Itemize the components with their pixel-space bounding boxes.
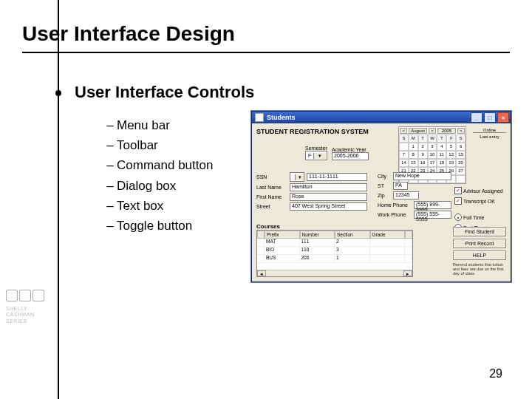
find-student-button[interactable]: Find Student xyxy=(453,227,506,236)
advisor-checkbox[interactable]: ✓Advisor Assigned xyxy=(454,187,506,194)
hphone-input[interactable]: (555) 999-9999 xyxy=(414,201,451,209)
publisher-logo: SHELLY CASHMAN SERIES xyxy=(6,290,50,378)
list-item-label: Command button xyxy=(117,155,213,175)
cal-day-cell[interactable]: 3 xyxy=(428,143,437,151)
scroll-left-icon[interactable]: ◂ xyxy=(257,270,266,276)
firstname-input[interactable]: Rose xyxy=(290,193,367,201)
table-header-cell: Number xyxy=(300,231,335,239)
divider-vertical xyxy=(58,0,59,399)
table-row[interactable]: BUS2061 xyxy=(257,255,412,263)
cal-day-cell[interactable]: 2 xyxy=(418,143,428,151)
lastname-label: Last Name xyxy=(256,185,287,190)
street-input[interactable]: 407 West Spring Street xyxy=(290,202,367,211)
title-underline xyxy=(22,52,510,53)
app-title: STUDENT REGISTRATION SYSTEM xyxy=(256,128,506,135)
cal-dow-cell: T xyxy=(437,134,446,143)
acadyear-input[interactable]: 2005-2006 xyxy=(332,152,369,160)
table-cell xyxy=(257,247,265,255)
hint-text: Remind students that tuition and fees ar… xyxy=(453,262,506,276)
cal-day-cell[interactable]: 19 xyxy=(446,159,456,167)
table-cell: 1 xyxy=(335,255,370,263)
cal-day-cell[interactable]: 27 xyxy=(456,167,466,175)
maximize-button[interactable]: □ xyxy=(484,112,496,123)
table-body: MAT1112BIO1103BUS2061 xyxy=(257,239,412,263)
cal-day-cell[interactable]: 20 xyxy=(456,159,466,167)
table-cell xyxy=(370,255,406,263)
cal-dow-cell: S xyxy=(456,134,466,143)
checkbox-icon: ✓ xyxy=(454,187,462,194)
scroll-right-icon[interactable]: ▸ xyxy=(403,270,412,276)
lastname-input[interactable]: Hamilton xyxy=(290,183,367,191)
cal-prev-year-button[interactable]: < xyxy=(429,128,436,134)
cal-dow-cell: S xyxy=(399,134,409,143)
print-record-button[interactable]: Print Record xyxy=(453,239,506,248)
minimize-button[interactable]: _ xyxy=(471,112,482,123)
table-cell xyxy=(257,239,265,247)
help-button[interactable]: HELP xyxy=(453,250,506,260)
table-cell: 110 xyxy=(300,247,335,255)
semester-dropdown[interactable]: F ▾ xyxy=(305,151,327,160)
online-text: Last entry xyxy=(473,134,506,139)
cal-prev-button[interactable]: < xyxy=(400,128,407,134)
table-cell xyxy=(370,247,406,255)
table-row[interactable]: BIO1103 xyxy=(257,247,412,255)
cal-day-cell[interactable]: 18 xyxy=(437,159,446,167)
cal-day-cell[interactable]: 12 xyxy=(446,151,456,159)
table-cell: MAT xyxy=(265,239,300,247)
table-row[interactable]: MAT1112 xyxy=(257,239,412,247)
students-window: Students _ □ × STUDENT REGISTRATION SYST… xyxy=(251,111,511,282)
fields-left: SSN ▾ 111-11-1111 Last NameHamilton Firs… xyxy=(256,172,367,212)
cal-next-button[interactable]: > xyxy=(457,128,465,134)
cal-year[interactable]: 2005 xyxy=(437,128,456,134)
cal-day-cell[interactable]: 6 xyxy=(456,143,466,151)
cal-day-cell[interactable]: 11 xyxy=(437,151,446,159)
ssn-label: SSN xyxy=(256,174,287,180)
cal-day-cell[interactable]: 17 xyxy=(428,159,437,167)
table-cell: 111 xyxy=(300,239,335,247)
cal-dow-row: SMTWTFS xyxy=(399,134,466,143)
cal-day-cell[interactable]: 9 xyxy=(418,151,428,159)
table-header-cell xyxy=(257,231,265,239)
window-titlebar[interactable]: Students _ □ × xyxy=(252,112,511,123)
semester-row: Semester F ▾ Academic Year 2005-2006 xyxy=(305,146,369,160)
zip-label: Zip xyxy=(378,193,391,198)
table-cell: 3 xyxy=(335,247,370,255)
cal-day-cell[interactable]: 4 xyxy=(437,143,446,151)
cal-day-cell[interactable] xyxy=(456,175,466,183)
cal-day-cell[interactable]: 16 xyxy=(418,159,428,167)
table-header-cell xyxy=(405,231,412,239)
wphone-input[interactable]: (555) 555-5555 xyxy=(414,211,451,219)
cal-day-cell[interactable]: 5 xyxy=(446,143,456,151)
fulltime-radio[interactable]: •Full Time xyxy=(454,214,506,221)
cal-day-cell[interactable]: 8 xyxy=(409,151,418,159)
city-input[interactable]: New Hope xyxy=(393,172,451,180)
ssn-input[interactable]: 111-11-1111 xyxy=(307,173,367,181)
options-column: ✓Advisor Assigned ✓Transcript OK •Full T… xyxy=(454,187,506,231)
cal-month[interactable]: August xyxy=(409,128,427,134)
cal-day-cell[interactable]: 7 xyxy=(399,151,409,159)
firstname-label: First Name xyxy=(256,194,287,200)
st-input[interactable]: PA xyxy=(393,182,408,190)
st-label: ST xyxy=(378,183,391,188)
cal-day-cell[interactable]: 1 xyxy=(409,143,418,151)
ssn-dropdown[interactable]: ▾ xyxy=(290,172,304,182)
cal-day-cell[interactable]: 15 xyxy=(409,159,418,167)
cal-dow-cell: M xyxy=(409,134,418,143)
horizontal-scrollbar[interactable]: ◂ ▸ xyxy=(257,270,412,276)
courses-label: Courses xyxy=(256,223,280,230)
cal-day-cell[interactable]: 13 xyxy=(456,151,466,159)
transcript-checkbox[interactable]: ✓Transcript OK xyxy=(454,197,506,205)
list-item-label: Text box xyxy=(117,196,163,216)
wphone-label: Work Phone xyxy=(378,212,412,217)
list-item-label: Dialog box xyxy=(117,176,176,196)
chevron-down-icon: ▾ xyxy=(313,153,326,159)
table-cell xyxy=(405,255,412,263)
zip-input[interactable]: 12345 xyxy=(393,191,419,200)
courses-table[interactable]: PrefixNumberSectionGrade MAT1112BIO1103B… xyxy=(256,230,413,277)
cal-day-cell[interactable] xyxy=(399,143,409,151)
close-button[interactable]: × xyxy=(497,112,509,123)
acadyear-label: Academic Year xyxy=(332,147,369,152)
cal-day-cell[interactable]: 10 xyxy=(428,151,437,159)
cal-day-cell[interactable]: 14 xyxy=(399,159,409,167)
page-number: 29 xyxy=(489,367,502,381)
